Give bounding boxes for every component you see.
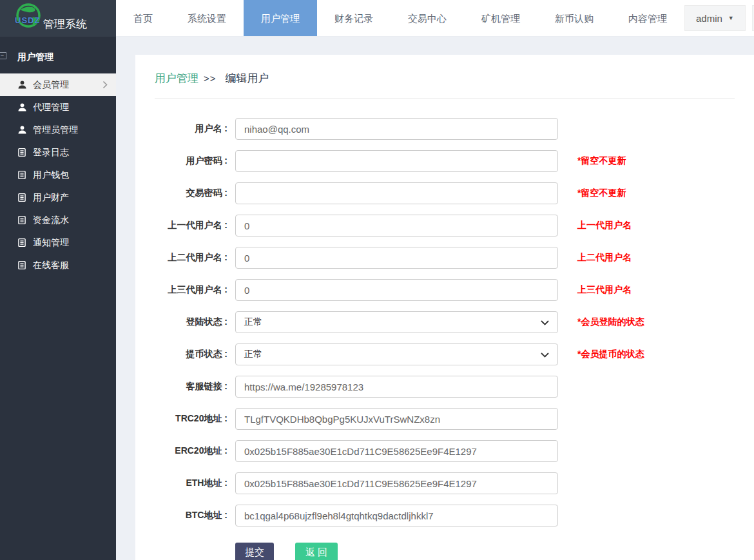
username-label: 用户名 : [135, 123, 235, 135]
erc20-address-label: ERC20地址 : [135, 445, 235, 457]
nav-item-system-settings[interactable]: 系统设置 [170, 0, 244, 36]
doc-icon [17, 238, 27, 247]
user-password-hint: *留空不更新 [577, 155, 626, 167]
nav-item-user-management[interactable]: 用户管理 [244, 0, 317, 36]
form-row-trc20-address: TRC20地址 : [135, 408, 754, 430]
chevron-down-icon [541, 349, 549, 360]
nav-item-miner-management[interactable]: 矿机管理 [464, 0, 537, 36]
parent3-username-label: 上三代用户名 : [135, 284, 235, 296]
sidebar-item-label: 用户财产 [33, 192, 69, 204]
form-actions: 提交 返 回 [135, 543, 754, 560]
form-row-login-status: 登陆状态 :正常*会员登陆的状态 [135, 311, 754, 333]
form-row-erc20-address: ERC20地址 : [135, 440, 754, 462]
sidebar-item-label: 资金流水 [33, 215, 69, 226]
app-title: 管理系统 [43, 17, 87, 32]
parent2-username-label: 上二代用户名 : [135, 252, 235, 264]
admin-menu-label: admin [696, 13, 722, 24]
top-navbar: USDZ 管理系统 首页系统设置用户管理财务记录交易中心矿机管理新币认购内容管理… [0, 0, 754, 37]
trade-password-hint: *留空不更新 [577, 188, 626, 199]
nav-item-trade-center[interactable]: 交易中心 [391, 0, 464, 36]
sidebar-item-label: 管理员管理 [33, 124, 78, 136]
sidebar: − 用户管理 会员管理代理管理管理员管理登录日志用户钱包用户财产资金流水通知管理… [0, 37, 116, 560]
sidebar-item-fund-flow[interactable]: 资金流水 [0, 209, 116, 231]
user-password-input[interactable] [235, 150, 558, 172]
sidebar-item-label: 代理管理 [33, 102, 69, 113]
main-content: 用户管理 >> 编辑用户 用户名 :用户密码 :*留空不更新交易密码 :*留空不… [116, 37, 754, 560]
sidebar-item-user-assets[interactable]: 用户财产 [0, 186, 116, 209]
sidebar-section-header[interactable]: − 用户管理 [0, 37, 116, 73]
edit-user-form: 用户名 :用户密码 :*留空不更新交易密码 :*留空不更新上一代用户名 :上一代… [135, 99, 754, 526]
parent2-username-hint: 上二代用户名 [577, 252, 632, 264]
form-row-user-password: 用户密码 :*留空不更新 [135, 150, 754, 172]
service-link-input[interactable] [235, 376, 558, 398]
login-status-label: 登陆状态 : [135, 316, 235, 328]
sidebar-item-label: 通知管理 [33, 237, 69, 249]
form-row-parent1-username: 上一代用户名 :上一代用户名 [135, 215, 754, 237]
nav-item-new-coin-subscription[interactable]: 新币认购 [537, 0, 611, 36]
admin-menu-button[interactable]: admin ▼ [684, 5, 746, 31]
btc-address-label: BTC地址 : [135, 510, 235, 521]
page-title: 编辑用户 [226, 71, 269, 86]
nav-item-home[interactable]: 首页 [116, 0, 170, 36]
top-nav-menu: 首页系统设置用户管理财务记录交易中心矿机管理新币认购内容管理 [116, 0, 684, 36]
chevron-down-icon [541, 317, 549, 327]
sidebar-item-user-wallet[interactable]: 用户钱包 [0, 164, 116, 186]
user-icon [17, 102, 27, 112]
login-status-selected-value: 正常 [244, 316, 262, 328]
form-row-parent2-username: 上二代用户名 :上二代用户名 [135, 247, 754, 269]
sidebar-menu: 会员管理代理管理管理员管理登录日志用户钱包用户财产资金流水通知管理在线客服 [0, 73, 116, 276]
form-row-parent3-username: 上三代用户名 :上三代用户名 [135, 279, 754, 301]
parent2-username-input[interactable] [235, 247, 558, 269]
withdraw-status-hint: *会员提币的状态 [577, 349, 644, 360]
sidebar-item-login-logs[interactable]: 登录日志 [0, 141, 116, 164]
submit-button[interactable]: 提交 [235, 543, 274, 560]
sidebar-item-label: 会员管理 [33, 79, 69, 91]
form-row-withdraw-status: 提币状态 :正常*会员提币的状态 [135, 343, 754, 365]
sidebar-item-online-service[interactable]: 在线客服 [0, 254, 116, 276]
brand-usdz-text: USDZ [15, 15, 40, 25]
withdraw-status-label: 提币状态 : [135, 349, 235, 360]
doc-icon [17, 215, 27, 225]
back-button[interactable]: 返 回 [295, 543, 338, 560]
username-input[interactable] [235, 118, 558, 140]
sidebar-item-agent-management[interactable]: 代理管理 [0, 96, 116, 119]
eth-address-input[interactable] [235, 472, 558, 494]
app-window: USDZ 管理系统 首页系统设置用户管理财务记录交易中心矿机管理新币认购内容管理… [0, 0, 754, 560]
sidebar-section-title: 用户管理 [17, 52, 53, 62]
trc20-address-label: TRC20地址 : [135, 413, 235, 425]
doc-icon [17, 193, 27, 202]
doc-icon [17, 170, 27, 180]
sidebar-item-member-management[interactable]: 会员管理 [0, 73, 116, 96]
breadcrumb-parent-link[interactable]: 用户管理 [155, 71, 198, 86]
trc20-address-input[interactable] [235, 408, 558, 430]
nav-item-finance-records[interactable]: 财务记录 [317, 0, 391, 36]
parent3-username-hint: 上三代用户名 [577, 284, 632, 296]
parent1-username-input[interactable] [235, 215, 558, 237]
sidebar-item-admin-management[interactable]: 管理员管理 [0, 119, 116, 141]
collapse-icon: − [0, 52, 6, 59]
trade-password-input[interactable] [235, 182, 558, 204]
user-password-label: 用户密码 : [135, 155, 235, 167]
caret-down-icon: ▼ [728, 15, 734, 21]
sidebar-item-notice-management[interactable]: 通知管理 [0, 231, 116, 254]
breadcrumb: 用户管理 >> 编辑用户 [135, 55, 754, 98]
doc-icon [17, 148, 27, 157]
parent1-username-hint: 上一代用户名 [577, 220, 632, 231]
login-status-select[interactable]: 正常 [235, 311, 558, 333]
erc20-address-input[interactable] [235, 440, 558, 462]
btc-address-input[interactable] [235, 505, 558, 526]
nav-item-content-management[interactable]: 内容管理 [611, 0, 684, 36]
brand-logo: USDZ 管理系统 [0, 0, 116, 37]
sidebar-item-label: 登录日志 [33, 147, 69, 159]
parent3-username-input[interactable] [235, 279, 558, 301]
eth-address-label: ETH地址 : [135, 478, 235, 489]
withdraw-status-select[interactable]: 正常 [235, 343, 558, 365]
trade-password-label: 交易密码 : [135, 188, 235, 199]
form-row-btc-address: BTC地址 : [135, 505, 754, 526]
content-card: 用户管理 >> 编辑用户 用户名 :用户密码 :*留空不更新交易密码 :*留空不… [135, 55, 754, 560]
doc-icon [17, 260, 27, 270]
form-row-service-link: 客服链接 : [135, 376, 754, 398]
parent1-username-label: 上一代用户名 : [135, 220, 235, 231]
form-row-trade-password: 交易密码 :*留空不更新 [135, 182, 754, 204]
breadcrumb-separator: >> [204, 73, 217, 84]
